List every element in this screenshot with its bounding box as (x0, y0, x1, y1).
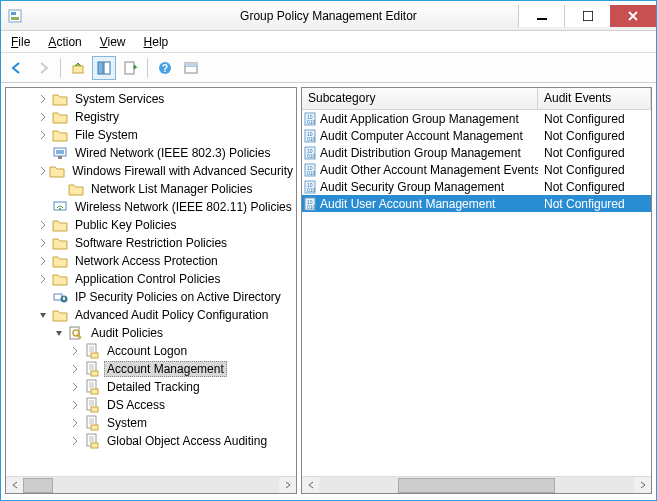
list-horizontal-scrollbar[interactable] (302, 476, 651, 493)
svg-rect-21 (63, 297, 65, 300)
svg-text:010: 010 (307, 204, 316, 210)
expand-icon[interactable] (54, 328, 68, 338)
expand-icon[interactable] (70, 436, 84, 446)
scroll-track[interactable] (319, 477, 634, 494)
svg-rect-15 (56, 150, 64, 154)
expand-icon[interactable] (38, 112, 52, 122)
tree-item[interactable]: Application Control Policies (6, 270, 296, 288)
tree-item-label: System Services (72, 91, 167, 107)
tree-item[interactable]: System Services (6, 90, 296, 108)
scroll-left-icon[interactable] (302, 477, 319, 494)
list-row[interactable]: 10010Audit Computer Account ManagementNo… (302, 127, 651, 144)
menu-file[interactable]: File (3, 33, 38, 51)
maximize-button[interactable] (564, 5, 610, 27)
svg-rect-13 (185, 63, 197, 66)
tree-item[interactable]: Wireless Network (IEEE 802.11) Policies (6, 198, 296, 216)
tree-item-label: Global Object Access Auditing (104, 433, 270, 449)
tree-item-label: System (104, 415, 150, 431)
tree-item[interactable]: File System (6, 126, 296, 144)
tree-item[interactable]: Public Key Policies (6, 216, 296, 234)
list-header: Subcategory Audit Events (302, 88, 651, 110)
up-button[interactable] (66, 56, 90, 80)
tree-item[interactable]: Advanced Audit Policy Configuration (6, 306, 296, 324)
tree-item[interactable]: Network List Manager Policies (6, 180, 296, 198)
tree-item[interactable]: DS Access (6, 396, 296, 414)
expand-icon[interactable] (38, 130, 52, 140)
help-button[interactable]: ? (153, 56, 177, 80)
toolbar-separator (147, 58, 148, 78)
close-button[interactable] (610, 5, 656, 27)
expand-icon[interactable] (38, 166, 49, 176)
back-button[interactable] (5, 56, 29, 80)
tree-item[interactable]: Audit Policies (6, 324, 296, 342)
tree-item[interactable]: Software Restriction Policies (6, 234, 296, 252)
expand-icon[interactable] (38, 94, 52, 104)
svg-text:010: 010 (307, 170, 316, 176)
show-hide-tree-button[interactable] (92, 56, 116, 80)
menu-help[interactable]: Help (136, 33, 177, 51)
tree-item[interactable]: Account Management (6, 360, 296, 378)
list-row[interactable]: 10010Audit Distribution Group Management… (302, 144, 651, 161)
folder-icon (49, 163, 65, 179)
svg-rect-8 (125, 62, 134, 74)
column-subcategory[interactable]: Subcategory (302, 88, 538, 109)
wireless-icon (52, 199, 68, 215)
tree-item[interactable]: Windows Firewall with Advanced Security (6, 162, 296, 180)
folder-icon (52, 307, 68, 323)
cell-subcategory: Audit User Account Management (320, 197, 538, 211)
tree-item-label: Wireless Network (IEEE 802.11) Policies (72, 199, 295, 215)
svg-text:010: 010 (307, 153, 316, 159)
policy-tree[interactable]: System ServicesRegistryFile SystemWired … (6, 88, 296, 476)
tree-item[interactable]: Global Object Access Auditing (6, 432, 296, 450)
tree-item[interactable]: Network Access Protection (6, 252, 296, 270)
menu-action[interactable]: Action (40, 33, 89, 51)
svg-rect-3 (537, 18, 547, 20)
expand-icon[interactable] (38, 310, 52, 320)
expand-icon[interactable] (70, 400, 84, 410)
scroll-right-icon[interactable] (279, 477, 296, 494)
expand-icon[interactable] (70, 382, 84, 392)
tree-item[interactable]: IP Security Policies on Active Directory (6, 288, 296, 306)
subcategory-list[interactable]: 10010Audit Application Group ManagementN… (302, 110, 651, 476)
client-area: System ServicesRegistryFile SystemWired … (1, 83, 656, 498)
tree-horizontal-scrollbar[interactable] (6, 476, 296, 493)
tree-item[interactable]: Detailed Tracking (6, 378, 296, 396)
tree-item[interactable]: Registry (6, 108, 296, 126)
expand-icon[interactable] (70, 346, 84, 356)
list-row[interactable]: 10010Audit Other Account Management Even… (302, 161, 651, 178)
policy-icon: 10010 (302, 180, 320, 194)
expand-icon[interactable] (38, 220, 52, 230)
menu-view[interactable]: View (92, 33, 134, 51)
folder-icon (68, 181, 84, 197)
scroll-thumb[interactable] (398, 478, 556, 493)
expand-icon[interactable] (70, 364, 84, 374)
scroll-left-icon[interactable] (6, 477, 23, 494)
svg-rect-28 (91, 353, 98, 358)
list-row[interactable]: 10010Audit Application Group ManagementN… (302, 110, 651, 127)
export-list-button[interactable] (118, 56, 142, 80)
expand-icon[interactable] (38, 238, 52, 248)
list-row[interactable]: 10010Audit User Account ManagementNot Co… (302, 195, 651, 212)
tree-item-label: Windows Firewall with Advanced Security (69, 163, 296, 179)
tree-item[interactable]: System (6, 414, 296, 432)
properties-button[interactable] (179, 56, 203, 80)
tree-item[interactable]: Wired Network (IEEE 802.3) Policies (6, 144, 296, 162)
svg-rect-1 (11, 12, 16, 15)
expand-icon[interactable] (38, 256, 52, 266)
menu-bar: File Action View Help (1, 31, 656, 53)
tree-item[interactable]: Account Logon (6, 342, 296, 360)
scroll-thumb[interactable] (23, 478, 53, 493)
cell-subcategory: Audit Security Group Management (320, 180, 538, 194)
svg-rect-53 (91, 443, 98, 448)
minimize-button[interactable] (518, 5, 564, 27)
folder-icon (52, 235, 68, 251)
forward-button[interactable] (31, 56, 55, 80)
scroll-track[interactable] (23, 477, 279, 494)
expand-icon[interactable] (70, 418, 84, 428)
svg-rect-33 (91, 371, 98, 376)
expand-icon[interactable] (38, 274, 52, 284)
list-row[interactable]: 10010Audit Security Group ManagementNot … (302, 178, 651, 195)
svg-rect-5 (73, 66, 83, 73)
scroll-right-icon[interactable] (634, 477, 651, 494)
column-audit-events[interactable]: Audit Events (538, 88, 651, 109)
